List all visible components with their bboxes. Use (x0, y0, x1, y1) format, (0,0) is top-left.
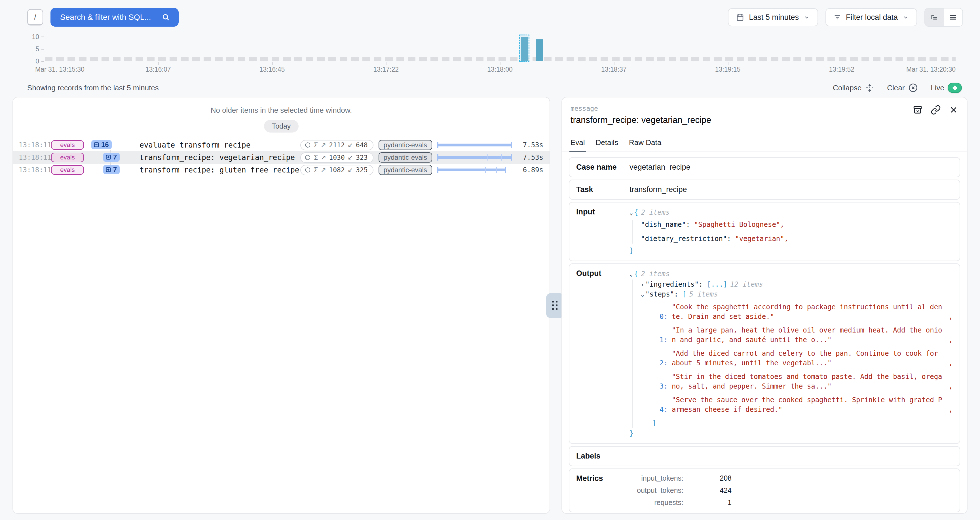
tab-details[interactable]: Details (596, 138, 618, 152)
expand-children-badge[interactable]: 7 (103, 165, 120, 174)
filter-icon (834, 13, 842, 21)
duration-text: 7.53s (517, 154, 543, 162)
metric-value: 424 (683, 486, 732, 495)
output-tokens-arrow-icon: ↙ (348, 166, 353, 174)
token-usage-pill: Σ ↗1030 ↙323 (300, 152, 373, 163)
output-tokens: 648 (356, 141, 368, 149)
evals-tag-badge[interactable]: evals (51, 165, 84, 175)
x-axis-tick (728, 62, 729, 65)
list-view-toggle-button[interactable] (944, 8, 963, 26)
sigma-icon: Σ (314, 154, 318, 161)
list-rows-icon (949, 13, 957, 22)
x-tick-label: 13:19:52 (829, 66, 854, 73)
collapse-label: Collapse (833, 84, 861, 92)
task-field: Task transform_recipe (569, 179, 960, 200)
collapse-icon (865, 83, 875, 93)
row-timestamp: 13:18:11 (19, 166, 47, 174)
labels-field: Labels (569, 446, 960, 466)
evals-tag-badge[interactable]: evals (51, 140, 84, 150)
token-usage-pill: Σ ↗2112 ↙648 (300, 140, 373, 151)
x-axis-labels: Mar 31. 13:15:30 13:16:07 13:16:45 13:17… (44, 66, 956, 75)
histogram-bar[interactable] (536, 40, 543, 61)
no-older-items-notice: No older items in the selected time wind… (13, 106, 550, 115)
array-index: 4: (660, 405, 668, 414)
live-toggle[interactable]: Live (931, 83, 962, 93)
y-axis-tick (41, 36, 44, 37)
input-field: Input ⌄{2 items "dish_name": "Spaghetti … (569, 202, 960, 261)
slash-shortcut-keycap: / (27, 9, 43, 25)
today-pill[interactable]: Today (264, 120, 299, 133)
open-bracket: [ (682, 290, 686, 298)
x-axis-tick (272, 62, 273, 65)
chevron-down-icon (902, 14, 909, 21)
topbar: / Search & filter with SQL... Last 5 min… (0, 0, 980, 35)
trace-row-evaluate-transform-recipe[interactable]: 13:18:11 evals 16 evaluate transform_rec… (13, 139, 550, 151)
x-axis-tick (614, 62, 614, 65)
plus-square-icon (105, 166, 111, 173)
json-string-value: "vegetarian" (735, 235, 784, 243)
evals-tag-badge[interactable]: evals (51, 153, 84, 162)
collapse-button[interactable]: Collapse (833, 83, 875, 93)
trace-row-gluten-free-recipe[interactable]: 13:18:11 evals 7 transform_recipe: glute… (13, 164, 550, 176)
items-count: 2 items (641, 208, 670, 216)
live-label: Live (931, 84, 944, 92)
time-range-button[interactable]: Last 5 minutes (728, 8, 818, 26)
chevron-expanded-icon[interactable]: ⌄ (641, 291, 644, 298)
sigma-icon: Σ (314, 166, 318, 174)
pydantic-evals-badge[interactable]: pydantic-evals (379, 140, 432, 150)
input-tokens: 1082 (329, 166, 345, 174)
collapsed-array[interactable]: [...] (707, 281, 727, 289)
child-count: 16 (101, 141, 109, 149)
token-usage-pill: Σ ↗1082 ↙325 (300, 165, 373, 175)
tab-eval[interactable]: Eval (571, 138, 585, 152)
panel-resize-handle[interactable] (546, 293, 564, 318)
items-count: 2 items (641, 270, 670, 278)
expand-children-badge[interactable]: 7 (103, 153, 120, 162)
archive-icon[interactable] (913, 105, 923, 115)
chevron-expanded-icon[interactable]: ⌄ (630, 271, 633, 277)
x-axis-tick (386, 62, 387, 65)
minus-square-icon (93, 142, 100, 148)
pydantic-evals-badge[interactable]: pydantic-evals (379, 152, 432, 163)
trace-row-vegetarian-recipe[interactable]: 13:18:11 evals 7 transform_recipe: veget… (13, 151, 550, 164)
chevron-collapsed-icon[interactable]: › (641, 281, 644, 288)
pydantic-evals-badge[interactable]: pydantic-evals (379, 165, 432, 175)
metrics-label: Metrics (576, 474, 630, 507)
row-timestamp: 13:18:11 (19, 154, 47, 162)
output-json-tree: ⌄{2 items ›"ingredients": [...]12 items … (630, 269, 953, 438)
selection-brush[interactable] (519, 35, 530, 62)
tree-view-toggle-button[interactable] (925, 8, 944, 26)
close-icon[interactable] (949, 105, 958, 115)
metric-name: requests: (630, 498, 683, 507)
clear-button[interactable]: Clear (887, 83, 918, 93)
collapse-children-badge[interactable]: 16 (91, 140, 112, 149)
array-index: 1: (660, 335, 668, 345)
open-brace: { (634, 270, 638, 278)
filter-local-data-button[interactable]: Filter local data (826, 8, 917, 26)
coin-icon (304, 142, 311, 148)
x-tick-label: 13:16:07 (145, 66, 171, 73)
link-icon[interactable] (931, 105, 941, 115)
input-json-tree: ⌄{2 items "dish_name": "Spaghetti Bologn… (630, 208, 953, 255)
metric-value: 208 (683, 474, 732, 482)
metric-value: 1 (683, 498, 732, 507)
coin-icon (304, 166, 311, 173)
search-button[interactable]: Search & filter with SQL... (51, 8, 179, 27)
duration-bar-track (437, 141, 512, 149)
metrics-table: input_tokens:208 output_tokens:424 reque… (630, 474, 732, 507)
tab-raw-data[interactable]: Raw Data (629, 138, 661, 152)
chevron-expanded-icon[interactable]: ⌄ (630, 209, 633, 216)
timeline-plot-area[interactable]: 10 5 0 (44, 37, 956, 61)
duration-text: 7.53s (517, 141, 543, 149)
status-bar: Showing records from the last 5 minutes … (27, 81, 962, 95)
calendar-icon (736, 13, 745, 22)
records-timeline-chart[interactable]: 10 5 0 Mar 31. 13:15:30 13:16:07 13:16:4… (44, 37, 956, 75)
y-tick-label: 0 (22, 57, 39, 65)
input-tokens: 2112 (329, 141, 345, 149)
output-tokens-arrow-icon: ↙ (348, 141, 353, 149)
span-name: transform_recipe: gluten_free_recipe (140, 166, 299, 174)
labels-label: Labels (576, 452, 630, 461)
metric-name: input_tokens: (630, 474, 683, 482)
child-count: 7 (113, 166, 117, 174)
input-label: Input (576, 208, 630, 255)
